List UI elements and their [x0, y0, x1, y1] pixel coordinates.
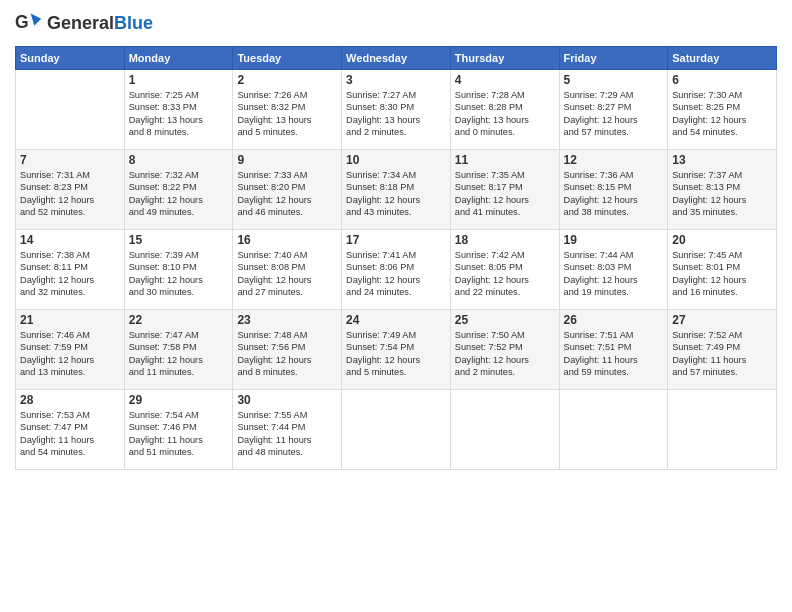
day-number: 12 — [564, 153, 664, 167]
day-info: Sunrise: 7:48 AM Sunset: 7:56 PM Dayligh… — [237, 329, 337, 379]
day-cell: 12Sunrise: 7:36 AM Sunset: 8:15 PM Dayli… — [559, 150, 668, 230]
day-cell: 17Sunrise: 7:41 AM Sunset: 8:06 PM Dayli… — [342, 230, 451, 310]
day-info: Sunrise: 7:44 AM Sunset: 8:03 PM Dayligh… — [564, 249, 664, 299]
day-info: Sunrise: 7:45 AM Sunset: 8:01 PM Dayligh… — [672, 249, 772, 299]
day-cell: 21Sunrise: 7:46 AM Sunset: 7:59 PM Dayli… — [16, 310, 125, 390]
logo-text: GeneralBlue — [47, 14, 153, 34]
logo-icon: G — [15, 10, 43, 38]
day-info: Sunrise: 7:33 AM Sunset: 8:20 PM Dayligh… — [237, 169, 337, 219]
day-info: Sunrise: 7:46 AM Sunset: 7:59 PM Dayligh… — [20, 329, 120, 379]
day-info: Sunrise: 7:41 AM Sunset: 8:06 PM Dayligh… — [346, 249, 446, 299]
day-number: 16 — [237, 233, 337, 247]
day-cell: 20Sunrise: 7:45 AM Sunset: 8:01 PM Dayli… — [668, 230, 777, 310]
day-number: 22 — [129, 313, 229, 327]
day-info: Sunrise: 7:38 AM Sunset: 8:11 PM Dayligh… — [20, 249, 120, 299]
day-number: 29 — [129, 393, 229, 407]
day-cell: 2Sunrise: 7:26 AM Sunset: 8:32 PM Daylig… — [233, 70, 342, 150]
day-number: 18 — [455, 233, 555, 247]
day-number: 28 — [20, 393, 120, 407]
day-info: Sunrise: 7:27 AM Sunset: 8:30 PM Dayligh… — [346, 89, 446, 139]
weekday-header-thursday: Thursday — [450, 47, 559, 70]
day-info: Sunrise: 7:47 AM Sunset: 7:58 PM Dayligh… — [129, 329, 229, 379]
day-info: Sunrise: 7:31 AM Sunset: 8:23 PM Dayligh… — [20, 169, 120, 219]
day-cell: 3Sunrise: 7:27 AM Sunset: 8:30 PM Daylig… — [342, 70, 451, 150]
day-cell — [559, 390, 668, 470]
day-number: 10 — [346, 153, 446, 167]
day-info: Sunrise: 7:40 AM Sunset: 8:08 PM Dayligh… — [237, 249, 337, 299]
day-number: 2 — [237, 73, 337, 87]
day-cell: 18Sunrise: 7:42 AM Sunset: 8:05 PM Dayli… — [450, 230, 559, 310]
day-cell: 11Sunrise: 7:35 AM Sunset: 8:17 PM Dayli… — [450, 150, 559, 230]
day-number: 20 — [672, 233, 772, 247]
day-info: Sunrise: 7:53 AM Sunset: 7:47 PM Dayligh… — [20, 409, 120, 459]
svg-text:G: G — [15, 12, 29, 32]
day-cell: 9Sunrise: 7:33 AM Sunset: 8:20 PM Daylig… — [233, 150, 342, 230]
day-info: Sunrise: 7:42 AM Sunset: 8:05 PM Dayligh… — [455, 249, 555, 299]
day-info: Sunrise: 7:54 AM Sunset: 7:46 PM Dayligh… — [129, 409, 229, 459]
weekday-row: SundayMondayTuesdayWednesdayThursdayFrid… — [16, 47, 777, 70]
calendar-header: SundayMondayTuesdayWednesdayThursdayFrid… — [16, 47, 777, 70]
day-info: Sunrise: 7:55 AM Sunset: 7:44 PM Dayligh… — [237, 409, 337, 459]
day-cell: 22Sunrise: 7:47 AM Sunset: 7:58 PM Dayli… — [124, 310, 233, 390]
weekday-header-tuesday: Tuesday — [233, 47, 342, 70]
week-row-1: 1Sunrise: 7:25 AM Sunset: 8:33 PM Daylig… — [16, 70, 777, 150]
day-cell: 26Sunrise: 7:51 AM Sunset: 7:51 PM Dayli… — [559, 310, 668, 390]
day-info: Sunrise: 7:32 AM Sunset: 8:22 PM Dayligh… — [129, 169, 229, 219]
week-row-4: 21Sunrise: 7:46 AM Sunset: 7:59 PM Dayli… — [16, 310, 777, 390]
logo: G GeneralBlue — [15, 10, 153, 38]
day-cell — [16, 70, 125, 150]
day-number: 27 — [672, 313, 772, 327]
day-number: 26 — [564, 313, 664, 327]
day-info: Sunrise: 7:26 AM Sunset: 8:32 PM Dayligh… — [237, 89, 337, 139]
day-info: Sunrise: 7:50 AM Sunset: 7:52 PM Dayligh… — [455, 329, 555, 379]
day-info: Sunrise: 7:35 AM Sunset: 8:17 PM Dayligh… — [455, 169, 555, 219]
day-number: 19 — [564, 233, 664, 247]
day-info: Sunrise: 7:28 AM Sunset: 8:28 PM Dayligh… — [455, 89, 555, 139]
day-number: 15 — [129, 233, 229, 247]
day-number: 24 — [346, 313, 446, 327]
day-number: 1 — [129, 73, 229, 87]
day-cell: 6Sunrise: 7:30 AM Sunset: 8:25 PM Daylig… — [668, 70, 777, 150]
weekday-header-friday: Friday — [559, 47, 668, 70]
day-number: 5 — [564, 73, 664, 87]
calendar-table: SundayMondayTuesdayWednesdayThursdayFrid… — [15, 46, 777, 470]
day-number: 23 — [237, 313, 337, 327]
week-row-2: 7Sunrise: 7:31 AM Sunset: 8:23 PM Daylig… — [16, 150, 777, 230]
week-row-5: 28Sunrise: 7:53 AM Sunset: 7:47 PM Dayli… — [16, 390, 777, 470]
day-cell: 19Sunrise: 7:44 AM Sunset: 8:03 PM Dayli… — [559, 230, 668, 310]
day-info: Sunrise: 7:30 AM Sunset: 8:25 PM Dayligh… — [672, 89, 772, 139]
day-cell: 15Sunrise: 7:39 AM Sunset: 8:10 PM Dayli… — [124, 230, 233, 310]
day-cell: 4Sunrise: 7:28 AM Sunset: 8:28 PM Daylig… — [450, 70, 559, 150]
day-cell: 1Sunrise: 7:25 AM Sunset: 8:33 PM Daylig… — [124, 70, 233, 150]
day-number: 6 — [672, 73, 772, 87]
day-cell: 23Sunrise: 7:48 AM Sunset: 7:56 PM Dayli… — [233, 310, 342, 390]
weekday-header-saturday: Saturday — [668, 47, 777, 70]
calendar-body: 1Sunrise: 7:25 AM Sunset: 8:33 PM Daylig… — [16, 70, 777, 470]
day-cell: 28Sunrise: 7:53 AM Sunset: 7:47 PM Dayli… — [16, 390, 125, 470]
day-number: 17 — [346, 233, 446, 247]
day-cell: 25Sunrise: 7:50 AM Sunset: 7:52 PM Dayli… — [450, 310, 559, 390]
day-info: Sunrise: 7:36 AM Sunset: 8:15 PM Dayligh… — [564, 169, 664, 219]
day-cell: 27Sunrise: 7:52 AM Sunset: 7:49 PM Dayli… — [668, 310, 777, 390]
day-info: Sunrise: 7:37 AM Sunset: 8:13 PM Dayligh… — [672, 169, 772, 219]
day-info: Sunrise: 7:49 AM Sunset: 7:54 PM Dayligh… — [346, 329, 446, 379]
svg-marker-1 — [31, 14, 42, 26]
day-cell: 13Sunrise: 7:37 AM Sunset: 8:13 PM Dayli… — [668, 150, 777, 230]
day-cell — [450, 390, 559, 470]
day-number: 14 — [20, 233, 120, 247]
day-info: Sunrise: 7:39 AM Sunset: 8:10 PM Dayligh… — [129, 249, 229, 299]
header: G GeneralBlue — [15, 10, 777, 38]
week-row-3: 14Sunrise: 7:38 AM Sunset: 8:11 PM Dayli… — [16, 230, 777, 310]
day-number: 25 — [455, 313, 555, 327]
day-cell — [668, 390, 777, 470]
day-info: Sunrise: 7:34 AM Sunset: 8:18 PM Dayligh… — [346, 169, 446, 219]
day-number: 3 — [346, 73, 446, 87]
day-cell: 7Sunrise: 7:31 AM Sunset: 8:23 PM Daylig… — [16, 150, 125, 230]
day-number: 7 — [20, 153, 120, 167]
day-cell: 10Sunrise: 7:34 AM Sunset: 8:18 PM Dayli… — [342, 150, 451, 230]
day-number: 30 — [237, 393, 337, 407]
day-cell: 8Sunrise: 7:32 AM Sunset: 8:22 PM Daylig… — [124, 150, 233, 230]
day-number: 21 — [20, 313, 120, 327]
day-number: 9 — [237, 153, 337, 167]
day-number: 8 — [129, 153, 229, 167]
